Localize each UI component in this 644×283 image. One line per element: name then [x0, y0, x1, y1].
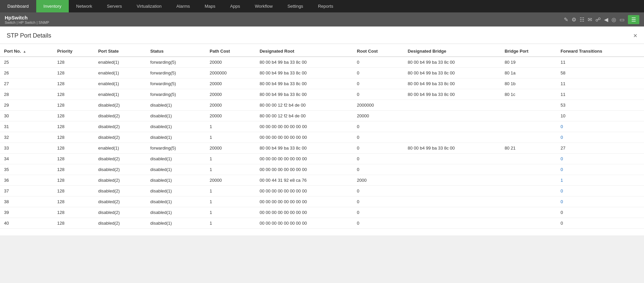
- table-row: 31128disabled(2)disabled(1)100 00 00 00 …: [0, 121, 644, 132]
- table-row: 25128enabled(1)forwarding(5)2000080 00 b…: [0, 57, 644, 68]
- sort-icon-port-no: ▲: [23, 50, 26, 53]
- nav-item-virtualization[interactable]: Virtualization: [129, 0, 169, 12]
- device-title: HpSwitch: [5, 15, 49, 20]
- table-header: Port No. ▲ Priority Port State Status Pa…: [0, 45, 644, 57]
- table-row: 34128disabled(2)disabled(1)100 00 00 00 …: [0, 154, 644, 164]
- bell-icon[interactable]: ⚙: [572, 16, 576, 23]
- col-status[interactable]: Status: [146, 45, 206, 57]
- table-row: 27128enabled(1)forwarding(5)2000080 00 b…: [0, 78, 644, 89]
- col-path-cost[interactable]: Path Cost: [206, 45, 256, 57]
- col-bridge-port[interactable]: Bridge Port: [500, 45, 556, 57]
- table-body: 25128enabled(1)forwarding(5)2000080 00 b…: [0, 57, 644, 229]
- stp-title-bar: STP Port Details ×: [0, 26, 644, 44]
- device-subtitle: Switch | HP Switch | SNMP: [5, 20, 49, 24]
- nav-item-servers[interactable]: Servers: [100, 0, 129, 12]
- col-root-cost[interactable]: Root Cost: [353, 45, 404, 57]
- table-row: 32128disabled(2)disabled(1)100 00 00 00 …: [0, 132, 644, 143]
- page-content: STP Port Details × Port No. ▲ Priority P…: [0, 26, 644, 235]
- globe-icon[interactable]: ◎: [611, 16, 616, 23]
- col-designated-bridge[interactable]: Designated Bridge: [404, 45, 501, 57]
- page-title: STP Port Details: [7, 32, 51, 39]
- nav-item-apps[interactable]: Apps: [223, 0, 248, 12]
- monitor-icon[interactable]: ▭: [620, 16, 625, 23]
- table-row: 35128disabled(2)disabled(1)100 00 00 00 …: [0, 164, 644, 175]
- nav-item-inventory[interactable]: Inventory: [36, 0, 69, 12]
- table-row: 29128disabled(2)disabled(1)2000080 00 00…: [0, 100, 644, 111]
- table-row: 33128enabled(1)forwarding(5)2000080 00 b…: [0, 143, 644, 154]
- chart-icon[interactable]: ✎: [564, 16, 568, 23]
- stp-port-table: Port No. ▲ Priority Port State Status Pa…: [0, 45, 644, 229]
- config-icon[interactable]: ☷: [580, 16, 584, 23]
- nav-item-maps[interactable]: Maps: [197, 0, 223, 12]
- table-row: 28128enabled(1)forwarding(5)2000080 00 b…: [0, 89, 644, 100]
- table-row: 36128disabled(2)disabled(1)2000000 00 44…: [0, 175, 644, 186]
- top-navigation: Dashboard Inventory Network Servers Virt…: [0, 0, 644, 12]
- graph-icon[interactable]: ◀: [604, 16, 608, 23]
- sub-header: HpSwitch Switch | HP Switch | SNMP ✎ ⚙ ☷…: [0, 12, 644, 26]
- col-forward-transitions[interactable]: Forward Transitions: [556, 45, 644, 57]
- nav-item-settings[interactable]: Settings: [280, 0, 311, 12]
- nav-item-dashboard[interactable]: Dashboard: [0, 0, 36, 12]
- menu-button[interactable]: ☰: [628, 15, 639, 24]
- col-designated-root[interactable]: Designated Root: [256, 45, 353, 57]
- device-info: HpSwitch Switch | HP Switch | SNMP: [5, 15, 49, 24]
- col-priority[interactable]: Priority: [53, 45, 94, 57]
- col-port-state[interactable]: Port State: [94, 45, 146, 57]
- table-row: 38128disabled(2)disabled(1)100 00 00 00 …: [0, 196, 644, 207]
- nav-item-workflow[interactable]: Workflow: [248, 0, 280, 12]
- table-wrapper: Port No. ▲ Priority Port State Status Pa…: [0, 44, 644, 229]
- nav-item-reports[interactable]: Reports: [311, 0, 341, 12]
- link-icon[interactable]: ☍: [595, 16, 601, 23]
- table-row: 30128disabled(2)disabled(1)2000080 00 00…: [0, 111, 644, 121]
- nav-item-alarms[interactable]: Alarms: [169, 0, 197, 12]
- mail-icon[interactable]: ✉: [588, 16, 592, 23]
- table-row: 40128disabled(2)disabled(1)100 00 00 00 …: [0, 218, 644, 229]
- col-port-no[interactable]: Port No. ▲: [0, 45, 53, 57]
- header-action-icons: ✎ ⚙ ☷ ✉ ☍ ◀ ◎ ▭ ☰: [564, 15, 639, 24]
- close-button[interactable]: ×: [633, 32, 637, 40]
- table-row: 39128disabled(2)disabled(1)100 00 00 00 …: [0, 207, 644, 218]
- table-row: 37128disabled(2)disabled(1)100 00 00 00 …: [0, 186, 644, 196]
- table-row: 26128enabled(1)forwarding(5)200000080 00…: [0, 68, 644, 78]
- nav-item-network[interactable]: Network: [69, 0, 100, 12]
